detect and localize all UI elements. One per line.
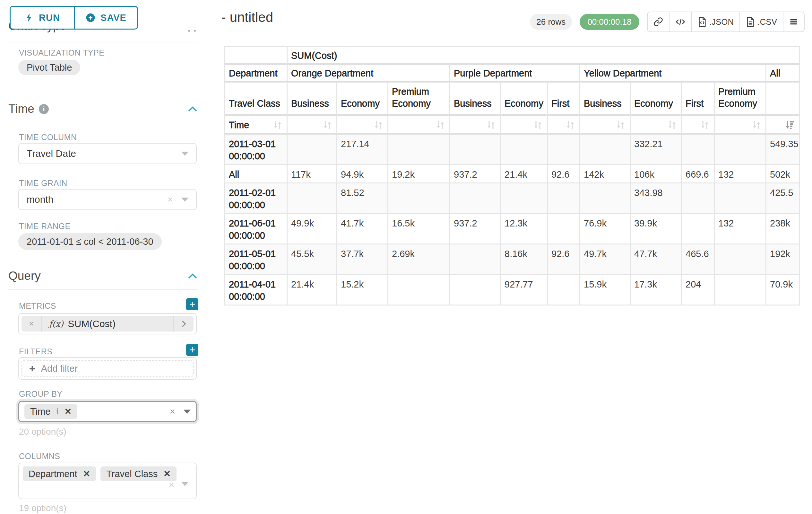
selected-option-chip[interactable]: Travel Class✕ — [100, 466, 176, 481]
add-metric-button[interactable] — [186, 298, 198, 310]
value-cell: 937.2 — [450, 165, 501, 184]
collapse-time-icon[interactable] — [188, 106, 197, 112]
value-cell: 76.9k — [580, 214, 631, 244]
chart-title[interactable]: - untitled — [222, 10, 273, 25]
all-column-header: All — [766, 65, 800, 83]
clear-icon[interactable]: × — [170, 406, 175, 417]
value-cell: 21.4k — [288, 275, 337, 305]
value-cell: 217.14 — [337, 135, 388, 165]
add-filter-button[interactable]: + Add filter — [22, 360, 194, 377]
clear-icon[interactable]: × — [169, 480, 174, 490]
value-cell: 17.3k — [631, 275, 682, 305]
sort-header-cell — [548, 116, 580, 135]
save-button[interactable]: SAVE — [74, 6, 138, 30]
row-header-cell: 2011-03-0100:00:00 — [224, 135, 288, 165]
sort-icon[interactable] — [322, 119, 333, 131]
metric-chip[interactable]: × ƒ(x)SUM(Cost) — [22, 316, 194, 331]
travel-class-header: First — [682, 83, 715, 116]
time-section-heading: Time i — [8, 102, 49, 116]
groupby-label: GROUP BY — [19, 389, 63, 399]
value-cell: 238k — [766, 214, 800, 244]
value-cell — [682, 135, 715, 165]
value-cell — [580, 184, 631, 214]
sort-icon[interactable] — [532, 119, 544, 131]
sort-icon[interactable] — [435, 119, 446, 131]
menu-button[interactable] — [783, 12, 804, 31]
sort-icon[interactable] — [373, 119, 384, 131]
time-grain-select[interactable]: month × — [18, 189, 197, 210]
value-cell — [450, 275, 501, 305]
viz-type-pill[interactable]: Pivot Table — [18, 60, 80, 75]
value-cell — [501, 135, 548, 165]
bolt-icon — [24, 13, 34, 23]
value-cell: 117k — [288, 165, 337, 184]
remove-chip-icon[interactable]: ✕ — [83, 469, 90, 479]
value-cell: 19.2k — [388, 165, 450, 184]
value-cell — [580, 135, 631, 165]
drag-handle-dot — [188, 30, 190, 32]
value-cell: 12.3k — [501, 214, 548, 244]
sort-icon[interactable] — [272, 119, 283, 131]
sort-icon[interactable] — [751, 119, 762, 131]
sort-icon[interactable] — [485, 119, 497, 131]
value-cell: 92.6 — [548, 244, 580, 275]
sort-header-cell — [337, 116, 388, 135]
value-cell — [682, 184, 715, 214]
travel-class-header: Premium Economy — [715, 83, 766, 116]
value-cell — [715, 135, 766, 165]
link-icon — [654, 17, 663, 27]
export-button-group: .JSON .CSV — [647, 11, 805, 32]
control-panel: Chart Type RUN SAVE VISUALIZATION TYPE P… — [0, 0, 207, 514]
copy-link-button[interactable] — [648, 12, 669, 31]
value-cell: 16.5k — [388, 214, 450, 244]
sort-icon[interactable] — [666, 119, 678, 131]
clear-icon[interactable]: × — [167, 194, 173, 205]
sort-header-cell — [580, 116, 631, 135]
selected-option-chip[interactable]: Timei✕ — [24, 404, 77, 419]
remove-metric-icon[interactable]: × — [22, 316, 42, 331]
value-cell — [548, 275, 580, 305]
travel-class-header: Business — [288, 83, 337, 116]
chevron-down-icon — [181, 482, 188, 486]
value-cell: 106k — [631, 165, 682, 184]
pivot-table: SUM(Cost)DepartmentOrange DepartmentPurp… — [224, 46, 800, 305]
collapse-query-icon[interactable] — [188, 273, 197, 279]
run-button[interactable]: RUN — [10, 6, 74, 30]
remove-chip-icon[interactable]: ✕ — [163, 469, 171, 479]
value-cell — [388, 184, 450, 214]
sort-header-cell — [715, 116, 766, 135]
remove-chip-icon[interactable]: ✕ — [64, 406, 72, 417]
columns-options-caption: 19 option(s) — [19, 503, 66, 513]
add-filter-plus-button[interactable] — [186, 344, 198, 356]
sort-icon[interactable] — [615, 119, 627, 131]
travel-class-header: Business — [450, 83, 501, 116]
groupby-select[interactable]: Timei✕ × — [18, 401, 197, 422]
time-column-select[interactable]: Travel Date — [18, 143, 197, 164]
value-cell: 549.35 — [766, 135, 800, 165]
sort-desc-active-icon[interactable] — [784, 119, 795, 131]
export-json-button[interactable]: .JSON — [691, 12, 740, 31]
time-range-pill[interactable]: 2011-01-01 ≤ col < 2011-06-30 — [18, 233, 162, 250]
value-cell: 425.5 — [766, 184, 800, 214]
selected-option-chip[interactable]: Department✕ — [23, 466, 96, 481]
columns-select[interactable]: Department✕Travel Class✕ × — [18, 463, 197, 499]
time-grain-label: TIME GRAIN — [19, 179, 67, 188]
sort-icon[interactable] — [699, 119, 710, 131]
metrics-control: × ƒ(x)SUM(Cost) — [18, 313, 197, 334]
value-cell: 502k — [766, 165, 800, 184]
value-cell: 81.52 — [337, 184, 388, 214]
export-csv-button[interactable]: .CSV — [740, 12, 783, 31]
value-cell — [450, 135, 501, 165]
value-cell — [715, 275, 766, 305]
value-cell: 937.2 — [450, 214, 501, 244]
info-icon[interactable]: i — [39, 104, 49, 114]
value-cell: 92.6 — [548, 165, 580, 184]
sort-icon[interactable] — [564, 119, 576, 131]
groupby-options-caption: 20 option(s) — [19, 427, 66, 437]
value-cell: 49.7k — [580, 244, 631, 275]
value-cell: 343.98 — [631, 184, 682, 214]
expand-metric-icon[interactable] — [173, 316, 194, 331]
sort-header-cell — [450, 116, 501, 135]
view-query-button[interactable] — [669, 12, 691, 31]
file-json-icon — [698, 17, 707, 27]
